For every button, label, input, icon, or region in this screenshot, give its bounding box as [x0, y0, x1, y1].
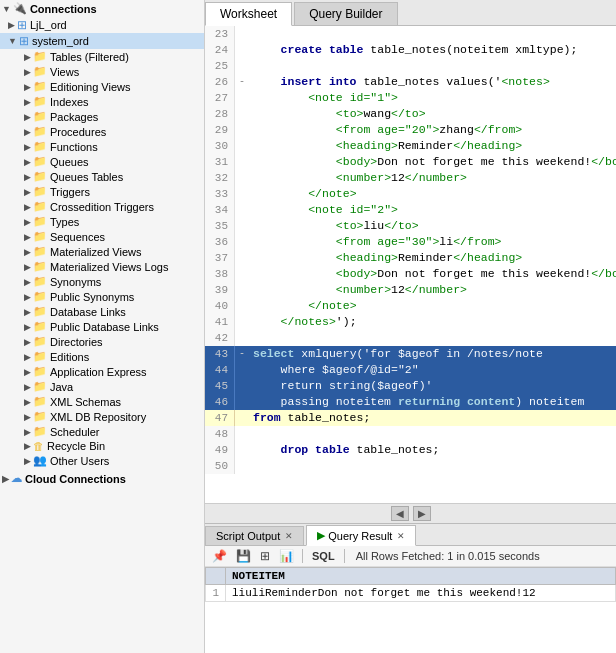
sidebar-item-sequences[interactable]: ▶ 📁 Sequences	[0, 229, 204, 244]
cloud-expand[interactable]: ▶	[2, 474, 9, 484]
sidebar-item-java[interactable]: ▶ 📁 Java	[0, 379, 204, 394]
sidebar-item-synonyms[interactable]: ▶ 📁 Synonyms	[0, 274, 204, 289]
column-noteitem-header: NOTEITEM	[226, 568, 616, 585]
ljlord-label: LjL_ord	[30, 19, 67, 31]
sidebar-item-scheduler[interactable]: ▶ 📁 Scheduler	[0, 424, 204, 439]
sidebar-item-editions[interactable]: ▶ 📁 Editions	[0, 349, 204, 364]
row-noteitem-1: liuliReminderDon not forget me this week…	[226, 585, 616, 602]
code-line-23: 23	[205, 26, 616, 42]
views-label: Views	[50, 66, 79, 78]
queues-label: Queues	[50, 156, 89, 168]
sidebar-item-recyclebin[interactable]: ▶ 🗑 Recycle Bin	[0, 439, 204, 453]
sidebar-item-queues[interactable]: ▶ 📁 Queues	[0, 154, 204, 169]
scroll-left[interactable]: ◀	[391, 506, 409, 521]
sidebar-item-applicationexpress[interactable]: ▶ 📁 Application Express	[0, 364, 204, 379]
sql-label[interactable]: SQL	[308, 550, 339, 562]
sidebar-item-procedures[interactable]: ▶ 📁 Procedures	[0, 124, 204, 139]
cloud-connections-label: Cloud Connections	[25, 473, 126, 485]
sidebar-item-functions[interactable]: ▶ 📁 Functions	[0, 139, 204, 154]
materializedviewslogs-icon: 📁	[33, 260, 47, 273]
sidebar-item-xmlschemas[interactable]: ▶ 📁 XML Schemas	[0, 394, 204, 409]
java-icon: 📁	[33, 380, 47, 393]
cloud-connections-header[interactable]: ▶ ☁ Cloud Connections	[0, 470, 204, 487]
code-line-47: 47 from table_notes;	[205, 410, 616, 426]
code-line-37: 37 <heading>Reminder</heading>	[205, 250, 616, 266]
code-line-39: 39 <number>12</number>	[205, 282, 616, 298]
materializedviews-label: Materialized Views	[50, 246, 142, 258]
tab-querybuilder[interactable]: Query Builder	[294, 2, 397, 25]
result-table-container[interactable]: NOTEITEM 1 liuliReminderDon not forget m…	[205, 567, 616, 653]
sidebar-item-ljlord[interactable]: ▶ ⊞ LjL_ord	[0, 17, 204, 33]
sidebar-item-publicsynonyms[interactable]: ▶ 📁 Public Synonyms	[0, 289, 204, 304]
code-line-26: 26 - insert into table_notes values('<no…	[205, 74, 616, 90]
types-icon: 📁	[33, 215, 47, 228]
materializedviews-icon: 📁	[33, 245, 47, 258]
tables-label: Tables (Filtered)	[50, 51, 129, 63]
sequences-label: Sequences	[50, 231, 105, 243]
sidebar-item-views[interactable]: ▶ 📁 Views	[0, 64, 204, 79]
toolbar-sep	[302, 549, 303, 563]
sidebar-item-otherusers[interactable]: ▶ 👥 Other Users	[0, 453, 204, 468]
packages-icon: 📁	[33, 110, 47, 123]
sidebar-item-tables[interactable]: ▶ 📁 Tables (Filtered)	[0, 49, 204, 64]
sidebar-item-packages[interactable]: ▶ 📁 Packages	[0, 109, 204, 124]
bottom-panel: Script Output ✕ ▶ Query Result ✕ 📌 💾 ⊞ 📊…	[205, 523, 616, 653]
scroll-right[interactable]: ▶	[413, 506, 431, 521]
sidebar-item-triggers[interactable]: ▶ 📁 Triggers	[0, 184, 204, 199]
materializedviewslogs-label: Materialized Views Logs	[50, 261, 168, 273]
code-line-25: 25	[205, 58, 616, 74]
sidebar-item-publicdatabaselinks[interactable]: ▶ 📁 Public Database Links	[0, 319, 204, 334]
code-line-46: 46 passing noteitem returning content) n…	[205, 394, 616, 410]
script-output-label: Script Output	[216, 530, 280, 542]
save-icon[interactable]: 💾	[233, 548, 254, 564]
bottom-tabs: Script Output ✕ ▶ Query Result ✕	[205, 524, 616, 546]
xmldbrepo-icon: 📁	[33, 410, 47, 423]
script-output-close[interactable]: ✕	[285, 531, 293, 541]
code-line-33: 33 </note>	[205, 186, 616, 202]
directories-label: Directories	[50, 336, 103, 348]
code-editor[interactable]: 23 24 create table table_notes(noteitem …	[205, 26, 616, 503]
code-line-45: 45 return string($ageof)'	[205, 378, 616, 394]
editions-label: Editions	[50, 351, 89, 363]
table-row: 1 liuliReminderDon not forget me this we…	[206, 585, 616, 602]
content-area: Worksheet Query Builder 23 24 create tab…	[205, 0, 616, 653]
sequences-icon: 📁	[33, 230, 47, 243]
publicdatabaselinks-icon: 📁	[33, 320, 47, 333]
sidebar-item-materializedviewslogs[interactable]: ▶ 📁 Materialized Views Logs	[0, 259, 204, 274]
sidebar-item-xmldbrepo[interactable]: ▶ 📁 XML DB Repository	[0, 409, 204, 424]
sidebar-item-queuestables[interactable]: ▶ 📁 Queues Tables	[0, 169, 204, 184]
directories-icon: 📁	[33, 335, 47, 348]
sidebar-item-systemord[interactable]: ▼ ⊞ system_ord	[0, 33, 204, 49]
code-line-49: 49 drop table table_notes;	[205, 442, 616, 458]
tab-worksheet[interactable]: Worksheet	[205, 2, 292, 26]
connections-header[interactable]: ▼ 🔌 Connections	[0, 0, 204, 17]
otherusers-label: Other Users	[50, 455, 109, 467]
sidebar-item-editioningviews[interactable]: ▶ 📁 Editioning Views	[0, 79, 204, 94]
query-result-close[interactable]: ✕	[397, 531, 405, 541]
sidebar-item-types[interactable]: ▶ 📁 Types	[0, 214, 204, 229]
ljlord-icon: ⊞	[17, 18, 27, 32]
sidebar-item-crosseditiontriggers[interactable]: ▶ 📁 Crossedition Triggers	[0, 199, 204, 214]
code-line-30: 30 <heading>Reminder</heading>	[205, 138, 616, 154]
sidebar-item-indexes[interactable]: ▶ 📁 Indexes	[0, 94, 204, 109]
triggers-label: Triggers	[50, 186, 90, 198]
sidebar-item-databaselinks[interactable]: ▶ 📁 Database Links	[0, 304, 204, 319]
applicationexpress-icon: 📁	[33, 365, 47, 378]
connections-label: Connections	[30, 3, 97, 15]
tab-script-output[interactable]: Script Output ✕	[205, 526, 304, 545]
code-line-50: 50	[205, 458, 616, 474]
code-line-44: 44 where $ageof/@id="2"	[205, 362, 616, 378]
pin-icon[interactable]: 📌	[209, 548, 230, 564]
indexes-label: Indexes	[50, 96, 89, 108]
java-label: Java	[50, 381, 73, 393]
chart-icon[interactable]: 📊	[276, 548, 297, 564]
systemord-icon: ⊞	[19, 34, 29, 48]
connections-icon: 🔌	[13, 2, 27, 15]
functions-icon: 📁	[33, 140, 47, 153]
sidebar-item-materializedviews[interactable]: ▶ 📁 Materialized Views	[0, 244, 204, 259]
grid-icon[interactable]: ⊞	[257, 548, 273, 564]
connections-expand[interactable]: ▼	[2, 4, 11, 14]
sidebar-item-directories[interactable]: ▶ 📁 Directories	[0, 334, 204, 349]
xmlschemas-icon: 📁	[33, 395, 47, 408]
tab-query-result[interactable]: ▶ Query Result ✕	[306, 525, 416, 546]
